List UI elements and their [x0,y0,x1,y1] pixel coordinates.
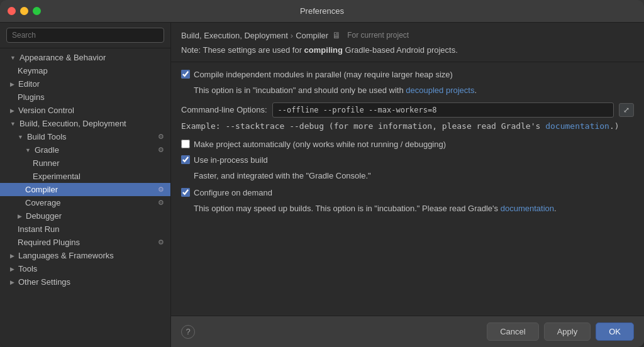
build-tools-icon: ⚙ [158,133,164,141]
configure-demand-row: Configure on demand [181,188,634,197]
help-symbol: ? [186,327,190,336]
compile-parallel-checkbox[interactable] [181,70,190,79]
sidebar-item-keymap[interactable]: Keymap [0,64,170,77]
auto-make-label[interactable]: Make project automatically (only works w… [181,140,446,149]
cmd-options-row: Command-line Options: ⤢ [181,102,634,118]
sidebar-item-plugins[interactable]: Plugins [0,91,170,104]
content-area: Appearance & Behavior Keymap Editor Plug… [0,23,644,347]
auto-make-text: Make project automatically (only works w… [194,140,446,149]
preferences-window: Preferences Appearance & Behavior Keymap… [0,0,644,347]
help-button[interactable]: ? [181,325,195,339]
maximize-button[interactable] [33,7,41,15]
note-suffix: Gradle-based Android projects. [343,45,458,55]
sidebar-item-appearance[interactable]: Appearance & Behavior [0,51,170,64]
configure-demand-checkbox[interactable] [181,188,190,197]
sidebar-item-runner[interactable]: Runner [0,157,170,170]
search-bar [0,23,170,48]
sidebar-item-version-control[interactable]: Version Control [0,104,170,117]
window-title: Preferences [300,6,344,16]
sidebar-item-editor[interactable]: Editor [0,77,170,91]
required-plugins-icon: ⚙ [158,238,164,246]
close-button[interactable] [8,7,16,15]
breadcrumb-path: Build, Execution, Deployment [181,31,288,40]
sidebar-item-tools[interactable]: Tools [0,262,170,275]
build-exec-label: Build, Execution, Deployment [19,119,126,128]
sidebar-item-languages[interactable]: Languages & Frameworks [0,249,170,262]
example-text: Example: --stacktrace --debug (for more … [181,121,634,131]
example-prefix: Example: --stacktrace --debug (for more … [181,121,545,131]
project-tag: For current project [347,31,409,40]
build-tools-label: Build Tools [27,132,67,141]
note-bold: compiling [304,45,343,55]
main-content: Compile independent modules in parallel … [171,62,644,316]
ok-button[interactable]: OK [596,322,634,341]
configure-demand-label[interactable]: Configure on demand [181,188,272,197]
sidebar-tree: Appearance & Behavior Keymap Editor Plug… [0,48,170,347]
in-process-text: Use in-process build [194,155,268,165]
compile-parallel-label[interactable]: Compile independent modules in parallel … [181,70,453,79]
required-plugins-label: Required Plugins [18,238,80,247]
experimental-label: Experimental [33,172,80,181]
cmd-options-input[interactable] [272,102,614,118]
decoupled-projects-link[interactable]: decoupled projects [406,85,474,95]
note-prefix: Note: These settings are used for [181,45,304,55]
incubation-suffix: . [474,85,477,95]
gradle-icon: ⚙ [158,146,164,154]
instant-run-label: Instant Run [18,224,60,234]
sidebar-item-build-exec[interactable]: Build, Execution, Deployment [0,117,170,130]
compiler-icon: ⚙ [158,185,164,194]
compile-parallel-row: Compile independent modules in parallel … [181,70,634,79]
cmd-options-expand-button[interactable]: ⤢ [619,103,634,117]
sidebar-item-required-plugins[interactable]: Required Plugins ⚙ [0,236,170,249]
editor-label: Editor [18,79,40,89]
gradle-docs-link[interactable]: documentation [545,121,609,131]
sidebar-item-other-settings[interactable]: Other Settings [0,275,170,289]
sidebar-item-build-tools[interactable]: Build Tools ⚙ [0,130,170,143]
configure-demand-text: Configure on demand [194,188,272,197]
gradle-label: Gradle [35,145,59,155]
sidebar-item-compiler[interactable]: Compiler ⚙ [0,183,170,196]
configure-demand-docs-link[interactable]: documentation [501,204,554,213]
in-process-checkbox[interactable] [181,155,190,164]
minimize-button[interactable] [20,7,28,15]
in-process-label[interactable]: Use in-process build [181,155,268,165]
example-suffix: .) [609,121,619,131]
configure-demand-note-prefix: This option may speed up builds. This op… [194,204,501,213]
sidebar-item-experimental[interactable]: Experimental [0,170,170,183]
sidebar: Appearance & Behavior Keymap Editor Plug… [0,23,171,347]
project-icon: 🖥 [332,30,341,40]
configure-demand-note: This option may speed up builds. This op… [194,204,634,213]
tools-label: Tools [18,264,37,273]
titlebar: Preferences [0,0,644,23]
configure-demand-note-suffix: . [554,204,557,213]
debugger-label: Debugger [26,211,62,221]
vc-label: Version Control [18,106,74,115]
search-input[interactable] [6,28,164,43]
in-process-row: Use in-process build [181,155,634,165]
sidebar-item-coverage[interactable]: Coverage ⚙ [0,196,170,209]
incubation-prefix: This option is in "incubation" and shoul… [194,85,406,95]
main-panel: Build, Execution, Deployment › Compiler … [171,23,644,347]
plugins-label: Plugins [18,92,45,102]
sidebar-item-gradle[interactable]: Gradle ⚙ [0,143,170,157]
footer: ? Cancel Apply OK [171,316,644,347]
auto-make-row: Make project automatically (only works w… [181,140,634,149]
apply-button[interactable]: Apply [544,322,591,341]
compile-parallel-text: Compile independent modules in parallel … [194,70,453,79]
coverage-label: Coverage [25,198,60,207]
cancel-button[interactable]: Cancel [487,322,538,341]
sidebar-item-debugger[interactable]: Debugger [0,209,170,223]
traffic-lights [8,7,41,15]
breadcrumb-separator: › [291,31,293,40]
sidebar-item-instant-run[interactable]: Instant Run [0,223,170,236]
appearance-label: Appearance & Behavior [19,53,106,62]
runner-label: Runner [33,158,60,168]
keymap-label: Keymap [18,66,48,75]
in-process-note: Faster, and integrated with the "Gradle … [194,171,634,180]
other-settings-label: Other Settings [18,277,70,287]
auto-make-checkbox[interactable] [181,140,190,148]
breadcrumb: Build, Execution, Deployment › Compiler … [181,30,634,40]
breadcrumb-current: Compiler [296,31,328,40]
languages-label: Languages & Frameworks [18,251,114,260]
in-process-note-text: Faster, and integrated with the "Gradle … [194,171,371,180]
